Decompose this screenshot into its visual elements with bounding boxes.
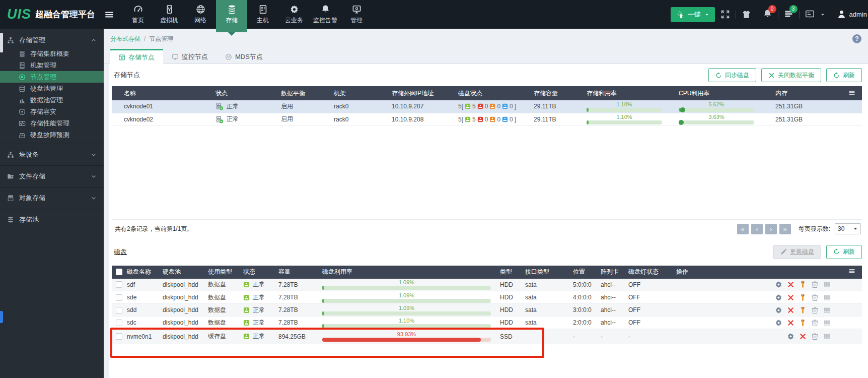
nav-item-home-gauge[interactable]: 首页	[122, 0, 154, 29]
row-checkbox[interactable]	[116, 320, 122, 326]
manage-monitor-icon	[352, 5, 361, 14]
remove-x-icon[interactable]	[787, 281, 794, 288]
remove-x-icon[interactable]	[799, 333, 807, 340]
page-size-select[interactable]: 30	[835, 223, 861, 234]
tab-tab-mds-node[interactable]: MMDS节点	[216, 49, 271, 64]
disk-row[interactable]: sdcdiskpool_hdd数据盘正常7.28TB1.10%HDDsata2:…	[112, 317, 862, 329]
sidebar-group-file-storage[interactable]: 文件存储	[0, 169, 104, 184]
console-wrap[interactable]	[805, 9, 815, 20]
barcode-icon[interactable]	[823, 306, 831, 314]
console-panel-icon[interactable]	[805, 9, 815, 19]
trash-icon[interactable]	[811, 319, 819, 327]
select-all-checkbox[interactable]	[116, 269, 122, 275]
trash-icon[interactable]	[811, 294, 819, 301]
wrench-x-button[interactable]: 关闭数据平衡	[761, 68, 821, 82]
nav-item-host-rack[interactable]: 主机	[247, 0, 278, 29]
torch-icon[interactable]	[799, 294, 807, 301]
trash-icon[interactable]	[811, 281, 819, 288]
sidebar-item-disaster-recovery[interactable]: 存储容灾	[0, 106, 104, 117]
remove-x-icon[interactable]	[787, 306, 794, 314]
node-row[interactable]: cvknode01正常启用rack010.10.9.2075[5000]29.1…	[112, 100, 862, 113]
disk-led: OFF	[624, 291, 672, 304]
remove-x-icon[interactable]	[787, 294, 794, 301]
nav-item-manage-monitor[interactable]: 管理	[341, 0, 372, 29]
column-config-icon[interactable]	[848, 89, 855, 96]
console-caret-icon[interactable]	[820, 12, 825, 17]
first-page-button[interactable]: «	[737, 224, 749, 234]
alarm-bell-wrap[interactable]: 0	[763, 9, 772, 20]
barcode-icon[interactable]	[823, 281, 831, 288]
gear-icon[interactable]	[775, 294, 782, 301]
disk-type: HDD	[496, 304, 521, 317]
barcode-icon[interactable]	[823, 319, 831, 327]
nav-item-network-globe[interactable]: 网络	[185, 0, 216, 29]
trash-icon[interactable]	[811, 333, 819, 340]
one-click-button[interactable]: 一键	[671, 7, 715, 22]
torch-icon[interactable]	[799, 281, 807, 288]
barcode-icon[interactable]	[823, 333, 831, 340]
sidebar-group-block-device[interactable]: 块设备	[0, 147, 104, 162]
row-checkbox[interactable]	[116, 333, 122, 340]
divider	[757, 11, 757, 19]
row-checkbox[interactable]	[116, 307, 122, 313]
pencil-button[interactable]: 更换磁盘	[773, 245, 821, 259]
node-row[interactable]: cvknode02正常启用rack010.10.9.2085[5000]29.1…	[112, 113, 862, 125]
disk-row[interactable]: sdfdiskpool_hdd数据盘正常7.28TB1.09%HDDsata5:…	[112, 279, 862, 291]
breadcrumb-parent[interactable]: 分布式存储	[110, 35, 140, 43]
gear-icon[interactable]	[775, 281, 782, 288]
sidebar: 存储管理存储集群概要机架管理节点管理硬盘池管理数据池管理存储容灾存储性能管理硬盘…	[0, 29, 104, 378]
gear-icon[interactable]	[775, 306, 782, 314]
tab-tab-storage-node[interactable]: 存储节点	[110, 49, 163, 64]
sidebar-item-cluster-overview[interactable]: 存储集群概要	[0, 48, 104, 59]
nav-item-cloud-gear[interactable]: 云业务	[278, 0, 310, 29]
trash-icon[interactable]	[811, 306, 819, 314]
sidebar-item-rack-mgmt[interactable]: 机架管理	[0, 59, 104, 71]
next-page-button[interactable]: ›	[765, 224, 777, 234]
disk-count-red-icon	[477, 116, 483, 122]
performance-icon	[19, 120, 26, 127]
refresh-button[interactable]: 刷新	[826, 68, 862, 82]
chevron-down-icon	[91, 195, 97, 201]
gear-icon[interactable]	[775, 319, 782, 327]
node-status-wrap: 正常	[215, 102, 273, 111]
sidebar-group-storage-mgmt[interactable]: 存储管理	[0, 33, 104, 48]
sidebar-group-object-storage[interactable]: 对象存储	[0, 191, 104, 206]
sidebar-item-performance[interactable]: 存储性能管理	[0, 117, 104, 129]
disk-row[interactable]: sdediskpool_hdd数据盘正常7.28TB1.09%HDDsata4:…	[112, 291, 862, 304]
menu-hamburger-icon[interactable]	[104, 10, 114, 20]
sidebar-item-node-mgmt[interactable]: 节点管理	[0, 71, 104, 83]
row-checkbox[interactable]	[116, 281, 122, 288]
nav-item-alarm-bell[interactable]: 监控告警	[310, 0, 341, 29]
disk-row[interactable]: nvme0n1diskpool_hdd缓存盘正常894.25GB93.93%SS…	[112, 329, 862, 344]
remove-x-icon[interactable]	[787, 319, 794, 327]
barcode-icon[interactable]	[823, 294, 831, 301]
torch-icon[interactable]	[799, 319, 807, 327]
sidebar-group-storage-pool[interactable]: 存储池	[0, 212, 104, 227]
sync-button[interactable]: 同步磁盘	[708, 68, 756, 82]
disk-status-wrap: 正常	[243, 293, 270, 302]
sidebar-item-data-pool[interactable]: 数据池管理	[0, 94, 104, 106]
last-page-button[interactable]: »	[779, 224, 791, 234]
disk-status: 正常	[239, 329, 274, 344]
gear-icon[interactable]	[787, 333, 794, 340]
theme-shirt-icon[interactable]	[742, 10, 751, 19]
refresh-button[interactable]: 刷新	[826, 245, 862, 259]
task-stack-wrap[interactable]: 3	[784, 9, 793, 20]
prev-page-button[interactable]: ‹	[751, 224, 763, 234]
sidebar-item-disk-pool[interactable]: 硬盘池管理	[0, 83, 104, 94]
user-menu[interactable]: admin	[837, 10, 867, 19]
nav-item-vm-box[interactable]: 虚拟机	[154, 0, 185, 29]
torch-icon[interactable]	[799, 306, 807, 314]
bar-track	[322, 324, 491, 328]
nav-item-storage-db[interactable]: 存储	[216, 0, 247, 29]
content-panel: 存储节点 同步磁盘关闭数据平衡刷新 名称状态数据平衡机架存储外网IP地址磁盘状态…	[109, 64, 868, 378]
sidebar-item-disk-failure[interactable]: 硬盘故障预测	[0, 129, 104, 141]
tab-tab-monitor-node[interactable]: 监控节点	[163, 49, 216, 64]
help-icon[interactable]: ?	[852, 34, 861, 43]
fullscreen-icon[interactable]	[720, 10, 730, 19]
row-checkbox[interactable]	[116, 294, 122, 301]
disk-row[interactable]: sdddiskpool_hdd数据盘正常7.28TB1.09%HDDsata3:…	[112, 304, 862, 317]
disk-raid: ahci--	[597, 291, 624, 304]
column-config-icon[interactable]	[848, 268, 855, 275]
disk-status-label: 正常	[253, 319, 265, 327]
